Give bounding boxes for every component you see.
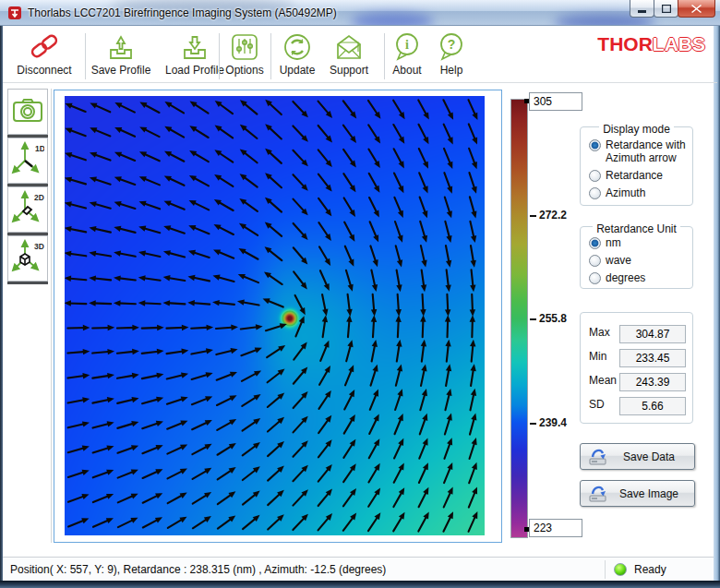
chain-link-icon bbox=[6, 31, 83, 63]
save-icon bbox=[587, 484, 609, 503]
retardance-unit-group: Retardance Unit nm wave degrees bbox=[580, 226, 693, 289]
stat-value-mean: 243.39 bbox=[619, 373, 686, 391]
box-arrow-up-icon bbox=[82, 31, 160, 63]
group-legend: Retardance Unit bbox=[581, 220, 692, 236]
group-legend: Display mode bbox=[581, 120, 692, 137]
view-2d-button[interactable]: 2D bbox=[7, 186, 48, 233]
sidebar-divider bbox=[51, 89, 52, 543]
radio-degrees[interactable]: degrees bbox=[589, 271, 692, 284]
birefringence-image[interactable] bbox=[65, 96, 485, 535]
view-3d-button[interactable]: 3D bbox=[7, 235, 48, 282]
save-icon bbox=[587, 447, 609, 466]
stat-row-max: Max bbox=[589, 326, 622, 339]
balloon-question-icon: ? bbox=[417, 31, 486, 63]
radio-retardance[interactable]: Retardance bbox=[589, 169, 692, 182]
cursor-readout: Position( X: 557, Y: 9), Retardance : 23… bbox=[10, 563, 386, 576]
svg-text:i: i bbox=[405, 38, 409, 52]
stat-row-min: Min bbox=[589, 350, 622, 363]
radio-circle bbox=[589, 255, 601, 267]
tick-dash bbox=[530, 215, 536, 217]
stat-value-min: 233.45 bbox=[619, 349, 686, 367]
maximize-button[interactable] bbox=[654, 0, 678, 18]
image-panel bbox=[54, 90, 502, 543]
axes-1d-icon: 1D bbox=[11, 140, 44, 181]
colorbar-tick: 255.8 bbox=[530, 312, 567, 325]
save-profile-button[interactable]: Save Profile bbox=[82, 31, 160, 81]
app-icon bbox=[7, 6, 22, 20]
radio-azimuth[interactable]: Azimuth bbox=[589, 186, 692, 199]
view-1d-button[interactable]: 1D bbox=[7, 138, 48, 184]
stat-value-max: 304.87 bbox=[619, 325, 686, 343]
radio-nm[interactable]: nm bbox=[589, 236, 692, 249]
camera-icon bbox=[12, 97, 43, 126]
save-image-button[interactable]: Save Image bbox=[580, 480, 695, 507]
window-border-left bbox=[0, 26, 3, 581]
radio-circle bbox=[589, 237, 601, 249]
radio-circle bbox=[589, 139, 601, 151]
window-border-right bbox=[714, 26, 720, 581]
radio-circle bbox=[589, 272, 601, 284]
toolbar-divider bbox=[3, 82, 717, 83]
svg-text:1D: 1D bbox=[35, 144, 44, 153]
svg-text:3D: 3D bbox=[34, 242, 44, 251]
statistics-group: Max 304.87 Min 233.45 Mean 243.39 SD 5.6… bbox=[580, 312, 693, 424]
minimize-button[interactable] bbox=[630, 0, 654, 18]
colorbar-tick: 272.2 bbox=[530, 209, 567, 222]
stat-row-mean: Mean bbox=[589, 374, 622, 387]
status-bar: Position( X: 557, Y: 9), Retardance : 23… bbox=[3, 557, 714, 581]
colorbar-max-input[interactable] bbox=[529, 92, 582, 111]
axes-2d-icon: 2D bbox=[11, 189, 44, 230]
stat-row-sd: SD bbox=[589, 398, 622, 411]
tick-dash bbox=[530, 318, 536, 320]
display-mode-group: Display mode Retardance with Azimuth arr… bbox=[580, 126, 693, 206]
axes-3d-icon: 3D bbox=[11, 238, 44, 279]
camera-button[interactable] bbox=[7, 89, 48, 135]
app-window: Thorlabs LCC7201 Birefringence Imaging S… bbox=[0, 0, 720, 588]
radio-retardance-with-azimuth[interactable]: Retardance with Azimuth arrow bbox=[589, 138, 692, 164]
radio-wave[interactable]: wave bbox=[589, 254, 692, 267]
svg-text:2D: 2D bbox=[34, 193, 44, 202]
stat-value-sd: 5.66 bbox=[619, 397, 686, 415]
thorlabs-logo: THORLABS bbox=[597, 33, 705, 55]
tick-dash bbox=[530, 423, 536, 425]
radio-circle bbox=[589, 170, 601, 182]
colorbar-tick: 239.4 bbox=[530, 416, 567, 429]
svg-text:?: ? bbox=[448, 37, 456, 52]
title-bar[interactable]: Thorlabs LCC7201 Birefringence Imaging S… bbox=[0, 0, 720, 26]
save-data-button[interactable]: Save Data bbox=[580, 443, 695, 470]
ready-label: Ready bbox=[634, 563, 666, 576]
ready-indicator-icon bbox=[614, 563, 627, 576]
help-button[interactable]: ? Help bbox=[417, 31, 486, 81]
disconnect-button[interactable]: Disconnect bbox=[6, 31, 83, 81]
colorbar bbox=[510, 99, 528, 538]
sidebar: 1D 2D bbox=[7, 89, 48, 284]
sidebar-separator bbox=[7, 282, 48, 284]
window-title: Thorlabs LCC7201 Birefringence Imaging S… bbox=[28, 6, 337, 19]
close-button[interactable] bbox=[678, 0, 715, 18]
colorbar-min-input[interactable] bbox=[529, 519, 582, 537]
radio-circle bbox=[589, 187, 601, 199]
window-border-bottom bbox=[0, 581, 720, 588]
statusbar-separator bbox=[605, 560, 606, 579]
glass-blur-decoration bbox=[351, 13, 434, 26]
